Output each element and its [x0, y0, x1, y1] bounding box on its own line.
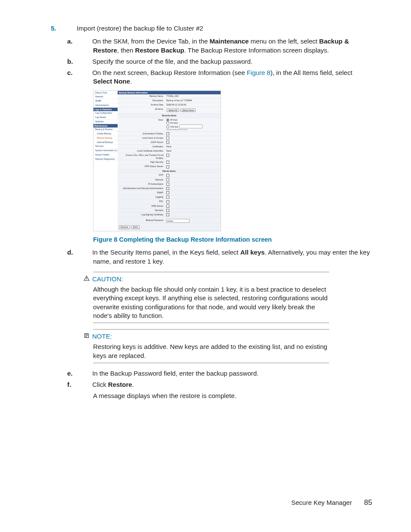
checkbox[interactable] — [166, 165, 169, 168]
sidebar-item: Administrators — [93, 103, 118, 108]
substep-letter: f. — [80, 380, 90, 389]
sidebar-item: Network — [93, 95, 118, 99]
sidebar-item: Log Viewer — [93, 115, 118, 120]
section-security: Security Items — [118, 114, 221, 118]
substep-b: b. Specify the source of the file, and t… — [93, 57, 372, 66]
shot-main: Backup Restore Information Backup Name:T… — [118, 91, 221, 231]
sidebar-item: System Health — [93, 153, 118, 157]
substep-c: c. On the next screen, Backup Restore In… — [93, 68, 372, 86]
note-admonition: NOTE: Restoring keys is additive. New ke… — [93, 329, 329, 363]
shot-sidebar: Date & Time Network SNMP Administrators … — [93, 91, 118, 231]
note-icon — [83, 332, 90, 341]
checkbox[interactable] — [166, 187, 169, 190]
sidebar-item: Statistics — [93, 120, 118, 124]
select-all-button[interactable]: Select All — [167, 109, 179, 112]
substep-letter: a. — [80, 37, 90, 46]
figure-8-screenshot: Date & Time Network SNMP Administrators … — [93, 90, 221, 231]
shot-password-row: Backup Password: — [118, 218, 221, 224]
radio-one-key[interactable] — [166, 125, 169, 128]
sidebar-item: Create Backup — [93, 132, 118, 136]
sidebar-item: Date & Time — [93, 91, 118, 95]
substep-f: f. Click Restore. — [93, 380, 372, 389]
step-5: 5. Import (restore) the backup file to C… — [39, 24, 372, 33]
back-button[interactable]: Back — [131, 225, 140, 229]
substep-letter: b. — [80, 57, 90, 66]
checkbox[interactable] — [166, 178, 169, 181]
sidebar-item: Network Diagnostics — [93, 157, 118, 162]
checkbox[interactable] — [166, 174, 169, 177]
page-footer: Secure Key Manager 85 — [291, 498, 372, 508]
checkbox[interactable] — [166, 132, 169, 135]
substep-letter: d. — [80, 248, 90, 257]
step-text: Import (restore) the backup file to Clus… — [77, 25, 203, 32]
sidebar-item: Backup & Restore — [93, 128, 118, 132]
select-none-button[interactable]: Select None — [181, 109, 196, 112]
one-key-input[interactable] — [179, 124, 202, 128]
sidebar-group: Logs & Statistics — [93, 108, 118, 112]
caution-admonition: CAUTION: Although the backup file should… — [93, 272, 329, 323]
checkbox[interactable] — [166, 154, 169, 157]
checkbox[interactable] — [166, 191, 169, 194]
figure-link[interactable]: Figure 8 — [247, 69, 271, 76]
checkbox[interactable] — [166, 205, 169, 208]
checkbox[interactable] — [166, 161, 169, 164]
radio-no-keys[interactable] — [166, 121, 169, 124]
checkbox[interactable] — [166, 196, 169, 199]
caution-body: Although the backup file should only con… — [93, 285, 329, 320]
sidebar-item: Services — [93, 144, 118, 149]
checkbox[interactable] — [166, 200, 169, 203]
checkbox[interactable] — [166, 213, 169, 216]
substep-letter: c. — [80, 68, 90, 77]
substep-e: e. In the Backup Password field, enter t… — [93, 369, 372, 378]
checkbox[interactable] — [166, 141, 169, 144]
checkbox[interactable] — [166, 183, 169, 186]
caution-title: CAUTION: — [92, 275, 123, 283]
sidebar-item: SNMP — [93, 99, 118, 103]
page-number: 85 — [364, 498, 372, 507]
section-device: Device Items — [118, 169, 221, 173]
checkbox[interactable] — [166, 209, 169, 212]
restore-button[interactable]: Restore — [119, 225, 130, 229]
radio-all-keys[interactable] — [166, 118, 169, 121]
substep-f-after: A message displays when the restore is c… — [93, 392, 372, 400]
note-title: NOTE: — [92, 333, 112, 340]
shot-table-info: Backup Name:T7200a_K84 Description:Backu… — [118, 94, 221, 217]
backup-password-input[interactable] — [166, 219, 190, 223]
sidebar-item-active: Restore Backup — [93, 136, 118, 140]
footer-title: Secure Key Manager — [291, 499, 352, 506]
sidebar-item: System Information & Upgrade — [93, 149, 118, 153]
checkbox[interactable] — [166, 137, 169, 140]
shot-title: Backup Restore Information — [118, 91, 221, 95]
sidebar-group: Maintenance — [93, 124, 118, 128]
note-body: Restoring keys is additive. New keys are… — [93, 342, 329, 360]
substep-letter: e. — [80, 369, 90, 378]
substep-d: d. In the Security Items panel, in the K… — [93, 248, 372, 266]
figure-caption: Figure 8 Completing the Backup Restore I… — [93, 236, 372, 244]
step-number: 5. — [65, 24, 75, 33]
caution-icon — [83, 275, 90, 283]
sidebar-item: Log Configuration — [93, 111, 118, 115]
substep-a: a. On the SKM, from the Device Tab, in t… — [93, 37, 372, 55]
sidebar-item: Internal Backups — [93, 140, 118, 145]
